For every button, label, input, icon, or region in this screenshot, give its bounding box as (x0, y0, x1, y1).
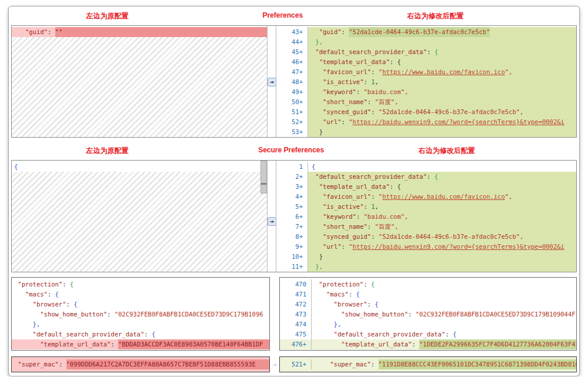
line-number: 43+ (276, 27, 308, 37)
line-number: 7+ (276, 222, 308, 232)
diff-row: 3+ "template_url_data": { (276, 182, 576, 192)
code-line: "favicon_url": "https://www.baidu.com/fa… (308, 67, 576, 77)
diff-gutter: → (268, 161, 276, 272)
line-number: 52+ (276, 117, 308, 127)
line-number: 2+ (276, 172, 308, 182)
diff-left-pane[interactable]: "guid": "" (12, 26, 268, 137)
code-line: "browser": { (12, 299, 269, 309)
diff-row: 47+ "favicon_url": "https://www.baidu.co… (276, 67, 576, 77)
file-title: Secure Preferences (258, 146, 324, 154)
code-line: { (12, 162, 267, 172)
diff-panel-preferences: "guid": "" → 43+ "guid": "52da1cde-0464-… (11, 25, 577, 138)
diff-right-pane[interactable]: 1{2+ "default_search_provider_data": {3+… (276, 161, 576, 272)
line-number: 473 (280, 309, 312, 319)
left-code: "guid": "" (12, 27, 267, 37)
merge-arrow-icon: → (272, 361, 276, 368)
diff-row: 45+ "default_search_provider_data": { (276, 47, 576, 57)
diff-row: 470 "protection": { (280, 279, 576, 289)
diff-right-pane[interactable]: 43+ "guid": "52da1cde-0464-49c6-b37e-afd… (276, 26, 576, 137)
diff-row: 8+ "synced_guid": "52da1cde-0464-49c6-b3… (276, 232, 576, 242)
diff-row: 473 "show_home_button": "02C932FEB0F8ABF… (280, 309, 576, 319)
preferences-diff-section: 左边为原配置 Preferences 右边为修改后配置 "guid": "" →… (11, 11, 577, 138)
code-line: "show_home_button": "02C932FEB0F8ABFB1CD… (12, 309, 269, 319)
protection-macs-diff-section: "protection": { "macs": { "browser": { "… (11, 277, 577, 351)
diff-row: 475 "default_search_provider_data": { (280, 329, 576, 339)
line-number: 49+ (276, 87, 308, 97)
merge-arrow-icon[interactable]: → (268, 78, 276, 86)
code-line: "short_name": "百度", (308, 222, 576, 232)
code-line: "guid": "" (12, 27, 267, 37)
diff-right-pane[interactable]: 521+ "super_mac": "1191D8E88CCC43EF00651… (279, 356, 577, 372)
code-line: "browser": { (312, 299, 576, 309)
code-line: }, (308, 262, 576, 272)
code-line: "default_search_provider_data": { (12, 329, 269, 339)
line-number: 45+ (276, 47, 308, 57)
code-line: }, (308, 37, 576, 47)
diff-left-pane[interactable]: { (12, 161, 268, 272)
line-number: 47+ (276, 67, 308, 77)
diff-row: 5+ "is_active": 1, (276, 202, 576, 212)
code-line: "default_search_provider_data": { (312, 329, 576, 339)
line-number: 476+ (280, 339, 312, 349)
line-number: 1 (276, 162, 308, 172)
diff-row: 9+ "url": "https://baidu.wenxin9.com/?wo… (276, 242, 576, 252)
code-line: "template_url_data": { (308, 182, 576, 192)
diff-row: 48+ "is_active": 1, (276, 77, 576, 87)
code-line: "synced_guid": "52da1cde-0464-49c6-b37e-… (308, 107, 576, 117)
code-line: "template_url_data": "BDDAD3ACCDF3AC0E89… (12, 339, 269, 349)
diff-row: 43+ "guid": "52da1cde-0464-49c6-b37e-afd… (276, 27, 576, 37)
diff-row: 50+ "short_name": "百度", (276, 97, 576, 107)
code-line: "macs": { (312, 289, 576, 299)
secure-preferences-diff-section: 左边为原配置 Secure Preferences 右边为修改后配置 { → 1… (11, 146, 577, 272)
code-line: "url": "https://baidu.wenxin9.com/?word=… (308, 242, 576, 252)
diff-row: 7+ "short_name": "百度", (276, 222, 576, 232)
line-number: 521+ (280, 359, 312, 369)
line-number: 44+ (276, 37, 308, 47)
diff-row: 46+ "template_url_data": { (276, 57, 576, 67)
scrollbar-divider (261, 183, 266, 185)
code-line: "synced_guid": "52da1cde-0464-49c6-b37e-… (308, 232, 576, 242)
code-line: "show_home_button": "02C932FEB0F8ABFB1CD… (312, 309, 576, 319)
code-line: "template_url_data": "1DEDE2FA2996635FC7… (312, 339, 576, 349)
diff-row: 474 }, (280, 319, 576, 329)
left-code: "protection": { "macs": { "browser": { "… (12, 279, 269, 349)
diff-right-pane[interactable]: 470 "protection": {471 "macs": {472 "bro… (279, 277, 577, 351)
diff-row: 471 "macs": { (280, 289, 576, 299)
diff-left-pane[interactable]: "protection": { "macs": { "browser": { "… (11, 277, 270, 351)
missing-lines-hatch (12, 172, 267, 272)
line-number: 470 (280, 279, 312, 289)
diff-gutter: → (268, 26, 276, 137)
code-line: } (308, 127, 576, 137)
code-line: "super_mac": "1191D8E88CCC43EF0065101DC3… (312, 359, 576, 369)
diff-left-pane[interactable]: "super_mac": "099DDD6A217C2A7DC3EFFA80A8… (11, 356, 270, 372)
line-number: 471 (280, 289, 312, 299)
diff-row: 44+ }, (276, 37, 576, 47)
diff-row: 476+ "template_url_data": "1DEDE2FA29966… (280, 339, 576, 349)
code-line: }, (312, 319, 576, 329)
left-pane-label: 左边为原配置 (86, 11, 129, 21)
code-line: "guid": "52da1cde-0464-49c6-b37e-afdac0c… (308, 27, 576, 37)
scrollbar-thumb[interactable] (260, 161, 267, 194)
diff-row: 51+ "synced_guid": "52da1cde-0464-49c6-b… (276, 107, 576, 117)
line-number: 11+ (276, 262, 308, 272)
missing-lines-hatch (12, 37, 267, 137)
section-header: 左边为原配置 Secure Preferences 右边为修改后配置 (11, 146, 577, 156)
code-line: "is_active": 1, (308, 77, 576, 87)
right-pane-label: 右边为修改后配置 (407, 11, 464, 21)
left-code: "super_mac": "099DDD6A217C2A7DC3EFFA80A8… (12, 359, 269, 369)
diff-row: 53+ } (276, 127, 576, 137)
section-header: 左边为原配置 Preferences 右边为修改后配置 (11, 11, 577, 22)
code-line: "protection": { (312, 279, 576, 289)
line-number: 5+ (276, 202, 308, 212)
diff-row: 4+ "favicon_url": "https://www.baidu.com… (276, 192, 576, 202)
diff-row: 521+ "super_mac": "1191D8E88CCC43EF00651… (280, 359, 576, 369)
merge-arrow-icon[interactable]: → (268, 217, 276, 226)
right-pane-label: 右边为修改后配置 (419, 146, 475, 156)
pane-gap: → (270, 356, 279, 372)
diff-row: 472 "browser": { (280, 299, 576, 309)
diff-row: 10+ } (276, 252, 576, 262)
diff-panel-super-mac: "super_mac": "099DDD6A217C2A7DC3EFFA80A8… (11, 356, 577, 372)
line-number: 3+ (276, 182, 308, 192)
diff-panel-protection: "protection": { "macs": { "browser": { "… (11, 277, 577, 351)
left-code: { (12, 162, 267, 172)
